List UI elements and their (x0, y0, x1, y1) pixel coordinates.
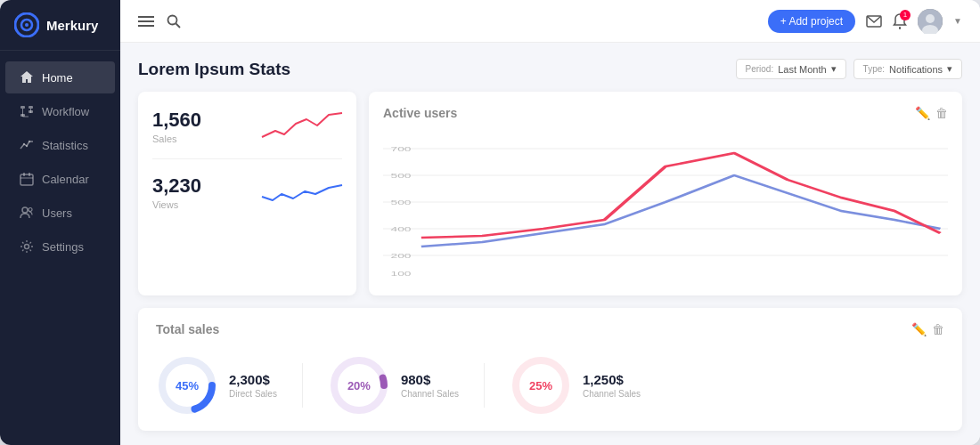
users-icon (20, 206, 34, 220)
type-chevron: ▾ (947, 63, 952, 75)
app-name: Merkury (46, 18, 98, 33)
donut-item-direct: 45% 2,300$ Direct Sales (156, 354, 277, 417)
sidebar-label-statistics: Statistics (42, 139, 88, 152)
divider-2 (484, 363, 485, 408)
sales-mini-chart (262, 106, 342, 146)
mail-icon (866, 15, 882, 28)
donut-row: 45% 2,300$ Direct Sales (156, 347, 944, 417)
total-sales-title: Total sales (156, 322, 219, 336)
search-button[interactable] (167, 14, 181, 28)
home-icon (20, 70, 34, 85)
logo-icon (14, 12, 39, 37)
menu-button[interactable] (138, 15, 154, 28)
period-label: Period: (746, 64, 774, 74)
sidebar-label-users: Users (42, 206, 72, 220)
header-right: + Add project 1 (768, 9, 962, 34)
donut-chart-direct: 45% (156, 354, 218, 417)
svg-point-17 (22, 207, 28, 213)
svg-text:100: 100 (391, 270, 412, 278)
page-title: Lorem Ipsum Stats (138, 60, 290, 79)
active-users-header: Active users ✏️ 🗑 (383, 106, 948, 120)
svg-text:400: 400 (391, 225, 412, 233)
stat-item-sales: 1,560 Sales (152, 106, 342, 146)
active-users-actions: ✏️ 🗑 (915, 106, 948, 120)
svg-point-11 (26, 145, 28, 147)
settings-icon (20, 239, 34, 254)
sidebar-label-home: Home (42, 71, 73, 85)
page-content: Lorem Ipsum Stats Period: Last Month ▾ T… (120, 43, 980, 445)
svg-point-12 (29, 141, 30, 142)
delete-chart-button[interactable]: 🗑 (935, 106, 948, 120)
donut-item-channel1: 20% 980$ Channel Sales (328, 354, 459, 417)
svg-text:700: 700 (391, 145, 412, 153)
sidebar-label-settings: Settings (42, 240, 84, 254)
type-label: Type: (863, 64, 885, 74)
svg-point-2 (25, 23, 29, 27)
channel1-sales-value: 980$ (401, 372, 459, 387)
stat-info-views: 3,230 Views (152, 174, 253, 210)
svg-point-28 (926, 14, 935, 23)
donut-chart-channel1: 20% (328, 354, 390, 417)
total-sales-header: Total sales ✏️ 🗑 (156, 322, 944, 336)
total-sales-actions: ✏️ 🗑 (911, 322, 944, 336)
stats-card: 1,560 Sales 3,230 Views (138, 92, 356, 295)
sidebar-item-workflow[interactable]: Workflow (5, 95, 115, 127)
avatar-image (918, 9, 943, 34)
views-mini-chart (262, 172, 342, 212)
direct-sales-label: Direct Sales (229, 389, 277, 399)
svg-text:200: 200 (391, 252, 412, 260)
views-label: Views (152, 199, 253, 210)
sidebar-label-workflow: Workflow (42, 105, 89, 118)
svg-rect-3 (20, 106, 25, 109)
sales-value: 1,560 (152, 109, 253, 132)
edit-sales-button[interactable]: ✏️ (911, 322, 927, 336)
sidebar-item-settings[interactable]: Settings (5, 231, 115, 263)
main-content: + Add project 1 (120, 0, 980, 445)
user-menu-button[interactable]: ▼ (953, 16, 962, 26)
sidebar-item-statistics[interactable]: Statistics (5, 129, 115, 161)
header: + Add project 1 (120, 0, 980, 43)
donut-item-channel2: 25% 1,250$ Channel Sales (510, 354, 641, 417)
period-filter[interactable]: Period: Last Month ▾ (736, 59, 846, 79)
svg-rect-4 (29, 106, 33, 109)
mail-button[interactable] (866, 15, 882, 28)
sales-label: Sales (152, 134, 253, 144)
calendar-icon (20, 172, 34, 186)
period-value: Last Month (778, 64, 826, 75)
hamburger-icon (138, 15, 154, 28)
channel2-sales-label: Channel Sales (583, 389, 641, 399)
add-project-button[interactable]: + Add project (768, 10, 855, 33)
svg-text:500: 500 (391, 198, 412, 206)
views-value: 3,230 (152, 174, 253, 198)
app-window: Merkury Home W (0, 0, 980, 445)
edit-chart-button[interactable]: ✏️ (915, 106, 930, 120)
notifications-button[interactable]: 1 (893, 13, 907, 29)
svg-line-24 (176, 23, 181, 28)
donut-info-channel1: 980$ Channel Sales (401, 372, 459, 399)
active-users-chart: 700 500 500 400 200 100 (383, 131, 948, 278)
cards-row: 1,560 Sales 3,230 Views (138, 92, 962, 295)
period-chevron: ▾ (831, 63, 837, 75)
donut-percent-direct: 45% (176, 379, 199, 392)
direct-sales-value: 2,300$ (229, 372, 277, 387)
sidebar-label-calendar: Calendar (42, 173, 89, 186)
user-avatar[interactable] (918, 9, 943, 34)
delete-sales-button[interactable]: 🗑 (932, 322, 944, 336)
active-users-card: Active users ✏️ 🗑 (369, 92, 962, 295)
sidebar-item-calendar[interactable]: Calendar (5, 163, 115, 195)
sidebar-item-home[interactable]: Home (5, 61, 115, 93)
donut-percent-channel2: 25% (529, 379, 552, 392)
notification-badge: 1 (900, 10, 911, 20)
svg-point-18 (29, 208, 32, 212)
total-sales-card: Total sales ✏️ 🗑 45% (138, 308, 962, 431)
channel1-sales-label: Channel Sales (401, 389, 459, 399)
sidebar-item-users[interactable]: Users (5, 197, 115, 229)
svg-text:500: 500 (391, 172, 412, 180)
type-filter[interactable]: Type: Notifications ▾ (853, 59, 962, 79)
type-value: Notifications (889, 64, 943, 75)
svg-rect-13 (20, 174, 33, 185)
page-header: Lorem Ipsum Stats Period: Last Month ▾ T… (138, 59, 962, 79)
search-icon (167, 14, 181, 28)
svg-point-23 (168, 15, 177, 24)
workflow-icon (20, 104, 34, 118)
